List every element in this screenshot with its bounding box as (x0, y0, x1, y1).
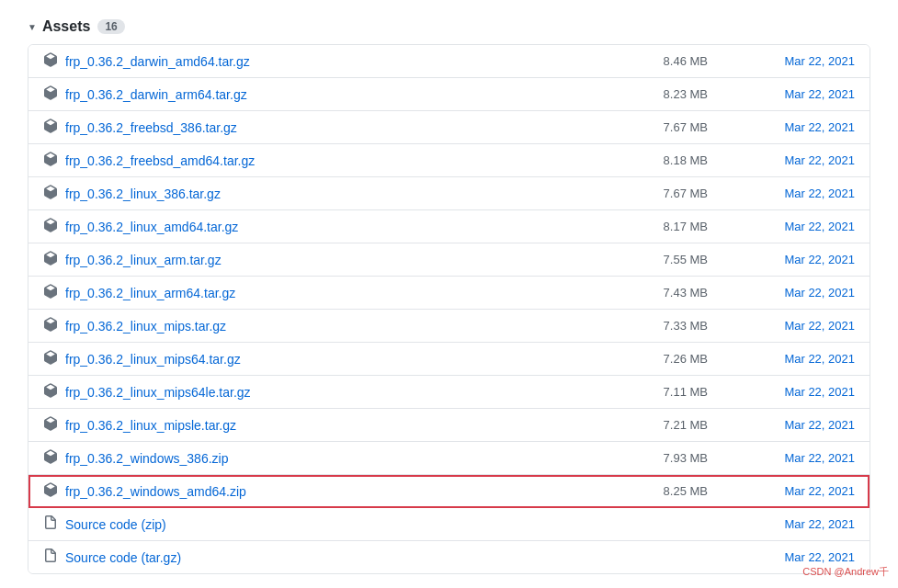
asset-row: frp_0.36.2_windows_amd64.zip8.25 MBMar 2… (28, 475, 870, 508)
asset-size: 7.93 MB (616, 451, 708, 465)
asset-row: frp_0.36.2_freebsd_amd64.tar.gz8.18 MBMa… (28, 144, 870, 177)
asset-row: frp_0.36.2_windows_386.zip7.93 MBMar 22,… (28, 442, 870, 475)
asset-link[interactable]: frp_0.36.2_linux_mips.tar.gz (65, 319, 616, 334)
archive-icon (43, 383, 58, 401)
archive-icon (43, 350, 58, 368)
asset-size: 7.33 MB (616, 319, 708, 333)
archive-icon (43, 284, 58, 301)
asset-row: frp_0.36.2_linux_arm.tar.gz7.55 MBMar 22… (28, 243, 870, 277)
asset-date: Mar 22, 2021 (763, 87, 855, 101)
asset-date: Mar 22, 2021 (763, 319, 855, 333)
asset-size: 7.67 MB (616, 120, 708, 134)
asset-row: Source code (zip)Mar 22, 2021 (28, 508, 870, 541)
asset-date: Mar 22, 2021 (763, 54, 855, 68)
asset-date: Mar 22, 2021 (763, 153, 855, 167)
asset-size: 7.55 MB (616, 253, 708, 266)
asset-date: Mar 22, 2021 (763, 253, 855, 266)
assets-header[interactable]: ▼ Assets 16 (28, 18, 870, 35)
archive-icon (43, 152, 58, 169)
asset-date: Mar 22, 2021 (763, 286, 855, 300)
archive-icon (43, 482, 58, 500)
asset-row: frp_0.36.2_linux_mips.tar.gz7.33 MBMar 2… (28, 310, 870, 343)
asset-date: Mar 22, 2021 (763, 187, 855, 200)
asset-date: Mar 22, 2021 (763, 352, 855, 366)
asset-link[interactable]: Source code (tar.gz) (65, 550, 616, 565)
asset-size: 8.17 MB (616, 220, 708, 233)
asset-row: frp_0.36.2_linux_mips64le.tar.gz7.11 MBM… (28, 376, 870, 409)
asset-row: Source code (tar.gz)Mar 22, 2021 (28, 541, 870, 573)
asset-link[interactable]: Source code (zip) (65, 517, 616, 532)
asset-link[interactable]: frp_0.36.2_darwin_arm64.tar.gz (65, 87, 616, 102)
asset-link[interactable]: frp_0.36.2_windows_amd64.zip (65, 484, 616, 499)
asset-size: 8.18 MB (616, 153, 708, 167)
asset-row: frp_0.36.2_linux_386.tar.gz7.67 MBMar 22… (28, 177, 870, 210)
asset-date: Mar 22, 2021 (763, 517, 855, 531)
asset-size: 7.67 MB (616, 187, 708, 200)
asset-row: frp_0.36.2_darwin_arm64.tar.gz8.23 MBMar… (28, 78, 870, 111)
source-icon (43, 515, 65, 533)
archive-icon (43, 251, 58, 268)
archive-icon (43, 317, 58, 334)
asset-size: 8.46 MB (616, 54, 708, 68)
asset-row: frp_0.36.2_freebsd_386.tar.gz7.67 MBMar … (28, 111, 870, 144)
asset-date: Mar 22, 2021 (763, 550, 855, 564)
asset-row: frp_0.36.2_linux_mipsle.tar.gz7.21 MBMar… (28, 409, 870, 442)
asset-link[interactable]: frp_0.36.2_linux_mips64.tar.gz (65, 352, 616, 367)
source-icon (43, 548, 65, 566)
archive-icon (43, 52, 58, 70)
asset-link[interactable]: frp_0.36.2_linux_arm.tar.gz (65, 253, 616, 267)
asset-row: frp_0.36.2_linux_arm64.tar.gz7.43 MBMar … (28, 277, 870, 310)
archive-icon (43, 185, 58, 202)
asset-date: Mar 22, 2021 (763, 418, 855, 432)
asset-link[interactable]: frp_0.36.2_linux_mipsle.tar.gz (65, 418, 616, 433)
asset-link[interactable]: frp_0.36.2_linux_arm64.tar.gz (65, 286, 616, 300)
asset-link[interactable]: frp_0.36.2_darwin_amd64.tar.gz (65, 54, 616, 69)
archive-icon (43, 85, 58, 103)
assets-title: Assets (42, 18, 90, 35)
archive-icon (43, 416, 58, 434)
asset-size: 7.26 MB (616, 352, 708, 366)
asset-date: Mar 22, 2021 (763, 484, 855, 498)
asset-link[interactable]: frp_0.36.2_windows_386.zip (65, 451, 616, 466)
asset-link[interactable]: frp_0.36.2_linux_amd64.tar.gz (65, 220, 616, 234)
assets-table: frp_0.36.2_darwin_amd64.tar.gz8.46 MBMar… (28, 44, 870, 574)
asset-size: 7.43 MB (616, 286, 708, 300)
assets-count: 16 (97, 19, 124, 34)
archive-icon (43, 119, 58, 136)
watermark: CSDN @Andrew千 (802, 565, 889, 579)
page-wrapper: ▼ Assets 16 frp_0.36.2_darwin_amd64.tar.… (0, 0, 898, 588)
asset-link[interactable]: frp_0.36.2_linux_mips64le.tar.gz (65, 385, 616, 400)
asset-link[interactable]: frp_0.36.2_linux_386.tar.gz (65, 187, 616, 201)
collapse-triangle: ▼ (28, 22, 37, 32)
asset-size: 8.25 MB (616, 484, 708, 498)
asset-size: 8.23 MB (616, 87, 708, 101)
archive-icon (43, 449, 58, 467)
asset-date: Mar 22, 2021 (763, 451, 855, 465)
archive-icon (43, 218, 58, 235)
asset-date: Mar 22, 2021 (763, 385, 855, 399)
asset-link[interactable]: frp_0.36.2_freebsd_amd64.tar.gz (65, 153, 616, 168)
asset-row: frp_0.36.2_linux_mips64.tar.gz7.26 MBMar… (28, 343, 870, 376)
asset-link[interactable]: frp_0.36.2_freebsd_386.tar.gz (65, 120, 616, 135)
asset-row: frp_0.36.2_linux_amd64.tar.gz8.17 MBMar … (28, 210, 870, 243)
asset-row: frp_0.36.2_darwin_amd64.tar.gz8.46 MBMar… (28, 45, 870, 78)
asset-size: 7.21 MB (616, 418, 708, 432)
asset-size: 7.11 MB (616, 385, 708, 399)
asset-date: Mar 22, 2021 (763, 220, 855, 233)
asset-date: Mar 22, 2021 (763, 120, 855, 134)
